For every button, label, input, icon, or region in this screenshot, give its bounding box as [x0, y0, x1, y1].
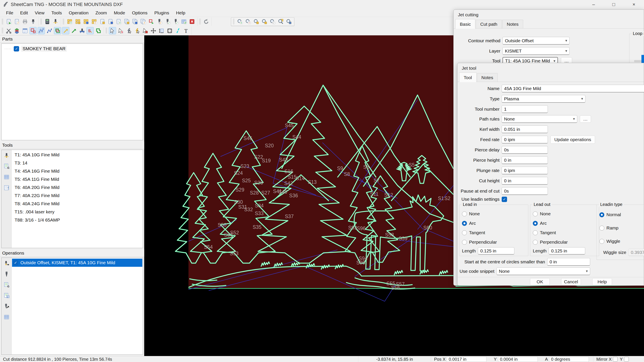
help-button[interactable]: Help	[592, 278, 612, 286]
open-toolset-button[interactable]: ✓	[164, 18, 171, 25]
cut-height-input[interactable]: 0 in	[502, 177, 548, 185]
import-drawing-button[interactable]	[98, 18, 106, 25]
jet-cutting-tab-notes[interactable]: Notes	[502, 20, 523, 28]
export-gcode-button[interactable]	[148, 18, 155, 25]
leadin-type-option-ramp[interactable]: Ramp	[599, 225, 618, 231]
plunge-rate-input[interactable]: 0 ipm	[502, 167, 548, 174]
lead-out-option-none[interactable]: None	[533, 211, 550, 216]
toolbar-grip[interactable]	[63, 19, 64, 24]
jet-cut-op-button[interactable]	[2, 260, 10, 267]
snippet-select[interactable]: None▾	[496, 267, 590, 275]
tool-item[interactable]: T3: 14	[12, 159, 143, 167]
maximize-button[interactable]: □	[604, 0, 624, 9]
path-rules-more-button[interactable]: …	[580, 115, 591, 123]
pierce-height-input[interactable]: 0 in	[502, 156, 548, 164]
lead-in-radio[interactable]	[462, 211, 467, 216]
show-start-points-button[interactable]: S+	[86, 27, 94, 34]
menu-file[interactable]: File	[3, 10, 16, 16]
toolbar-grip[interactable]	[233, 19, 234, 24]
show-machine-button[interactable]	[78, 27, 86, 34]
toolbar-grip[interactable]	[2, 19, 3, 24]
show-polylines-button[interactable]	[46, 27, 53, 34]
save-toolset-button[interactable]: ✓	[172, 18, 179, 25]
lead-in-length-input[interactable]: 0.125 in	[478, 247, 514, 255]
toolbar-grip[interactable]	[106, 28, 107, 33]
menu-zoom[interactable]: Zoom	[92, 10, 110, 16]
name-input[interactable]: 45A 10G Fine Mild	[502, 85, 644, 92]
show-contours-button[interactable]	[30, 27, 37, 34]
menu-view[interactable]: View	[32, 10, 48, 16]
print-button[interactable]	[21, 18, 28, 25]
kerf-check-button[interactable]	[174, 27, 182, 34]
export-drawing-button[interactable]	[107, 18, 114, 25]
show-moves-button[interactable]	[70, 27, 78, 34]
zoom-in-button[interactable]: +	[236, 18, 244, 25]
lead-out-radio[interactable]	[533, 221, 538, 226]
menu-options[interactable]: Options	[129, 10, 150, 16]
lead-in-option-arc[interactable]: Arc	[462, 221, 476, 226]
pierce-delay-input[interactable]: 0s	[502, 146, 548, 154]
type-select[interactable]: Plasma▾	[502, 95, 586, 103]
operation-item[interactable]: ✓Outside Offset, KISMET, T1: 45A 10G Fin…	[12, 259, 142, 267]
contour-mode-button[interactable]	[142, 27, 149, 34]
layer-select[interactable]: KISMET▾	[502, 47, 570, 55]
toolbar-grip[interactable]	[199, 19, 201, 24]
menu-help[interactable]: Help	[173, 10, 188, 16]
leadin-type-option-normal[interactable]: Normal	[599, 212, 621, 217]
part-item[interactable]: ·····✓SMOKEY THE BEAR	[2, 45, 143, 53]
minimize-button[interactable]: –	[584, 0, 604, 9]
update-operations-button[interactable]: Update operations	[550, 136, 595, 144]
part-checkbox[interactable]: ✓	[14, 46, 19, 51]
pause-input[interactable]: 0s	[502, 187, 548, 195]
menu-plugins[interactable]: Plugins	[151, 10, 172, 16]
plasma-tools-button[interactable]	[2, 152, 10, 159]
show-part-outline-button[interactable]	[95, 27, 102, 34]
circles-input[interactable]: 0 in	[547, 258, 590, 266]
posx-field[interactable]: 0.0017 in	[447, 357, 486, 362]
tool-item[interactable]: T8: 40A 24G Fine Mild	[12, 200, 143, 208]
machine-setup-button[interactable]	[30, 18, 37, 25]
jet-cutting-tab-basic[interactable]: Basic	[455, 19, 475, 29]
lead-out-radio[interactable]	[533, 211, 538, 216]
quick-edit-mode-button[interactable]	[133, 27, 140, 34]
move-part-button[interactable]	[150, 27, 157, 34]
lead-in-radio[interactable]	[462, 221, 467, 226]
tool-item[interactable]: T15: .004 laser kery	[12, 208, 143, 216]
tool-item[interactable]: T6: 40A 20G Fine Mild	[12, 183, 143, 192]
zoom-machine-button[interactable]	[285, 18, 292, 25]
delete-button[interactable]	[188, 18, 196, 25]
undo-button[interactable]	[202, 18, 210, 25]
show-path-nodes-button[interactable]	[38, 27, 45, 34]
feed-rate-input[interactable]: 0 ipm	[502, 136, 548, 143]
tool-item[interactable]: T1: 45A 10G Fine Mild	[12, 151, 143, 159]
zoom-extents-button[interactable]: ⌐	[269, 18, 276, 25]
move-op-button[interactable]	[2, 302, 10, 310]
jet-tool-tab-tool[interactable]: Tool	[459, 72, 476, 82]
lead-out-radio[interactable]	[533, 240, 538, 245]
nesting-button[interactable]	[166, 27, 173, 34]
toolbar-grip[interactable]	[2, 28, 3, 33]
cut-xy-button[interactable]	[5, 27, 12, 34]
leadin-type-radio[interactable]	[599, 226, 604, 231]
zoom-out-button[interactable]: −	[244, 18, 252, 25]
angle-field[interactable]: 0 degrees	[549, 357, 589, 362]
jet-tool-tab-notes[interactable]: Notes	[477, 73, 498, 82]
lead-in-option-none[interactable]: None	[462, 211, 480, 216]
run-post-processor-button[interactable]: ▶	[5, 18, 12, 25]
kerf-width-input[interactable]: 0.051 in	[502, 125, 548, 133]
edit-tool-button[interactable]: /	[156, 18, 163, 25]
tool-item[interactable]: T7: 40A 22G Fine Mild	[12, 192, 143, 200]
tool-warnings-button[interactable]: !	[2, 184, 10, 192]
drill-op-button[interactable]	[2, 270, 10, 278]
mirror-x-checkbox[interactable]	[613, 357, 618, 362]
open-part-button[interactable]	[74, 18, 81, 25]
ok-button[interactable]: OK	[530, 278, 550, 286]
start-point-mode-button[interactable]: S	[117, 27, 124, 34]
menu-tools[interactable]: Tools	[48, 10, 65, 16]
posy-field[interactable]: 0.0004 in	[498, 357, 538, 362]
edit-path-mode-button[interactable]	[125, 27, 132, 34]
close-button[interactable]: ×	[624, 0, 644, 9]
lead-in-radio[interactable]	[462, 240, 467, 245]
menu-edit[interactable]: Edit	[17, 10, 31, 16]
calculator-button[interactable]	[44, 18, 51, 25]
